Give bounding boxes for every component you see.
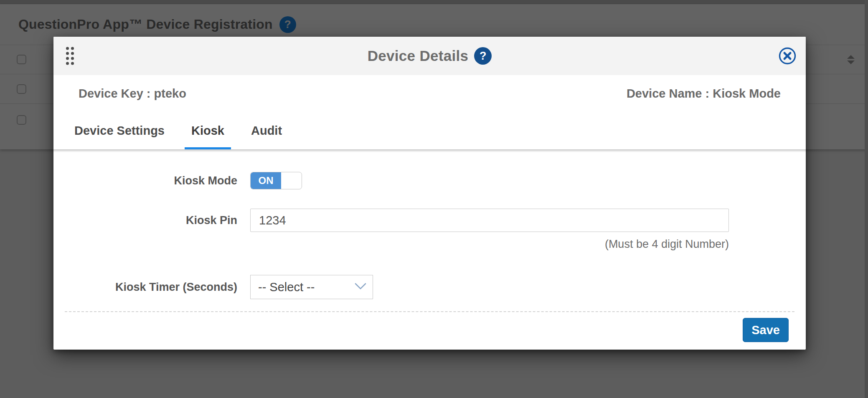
kiosk-timer-row: Kiosk Timer (Seconds) -- Select -- xyxy=(53,275,806,299)
modal-subheader: Device Key : pteko Device Name : Kiosk M… xyxy=(53,75,806,112)
kiosk-mode-label: Kiosk Mode xyxy=(53,174,237,187)
kiosk-pin-hint: (Must be 4 digit Number) xyxy=(250,238,729,251)
kiosk-timer-label: Kiosk Timer (Seconds) xyxy=(53,281,237,294)
toggle-on-label: ON xyxy=(251,172,281,189)
drag-handle-icon[interactable] xyxy=(66,47,74,65)
footer-row: Save xyxy=(53,312,806,342)
device-key-text: Device Key : pteko xyxy=(79,87,186,101)
kiosk-pin-row: Kiosk Pin (Must be 4 digit Number) xyxy=(53,209,806,251)
modal-help-icon[interactable]: ? xyxy=(474,47,492,65)
modal-header: Device Details ? xyxy=(53,37,806,75)
modal-tabbar: Device Settings Kiosk Audit xyxy=(53,112,806,149)
kiosk-mode-row: Kiosk Mode ON xyxy=(53,172,806,189)
tab-kiosk[interactable]: Kiosk xyxy=(185,112,231,149)
device-details-modal: Device Details ? Device Key : pteko Devi… xyxy=(53,37,806,350)
kiosk-tab-panel: Kiosk Mode ON Kiosk Pin (Must be 4 digit… xyxy=(53,149,806,342)
kiosk-timer-selected-value: -- Select -- xyxy=(258,280,315,294)
kiosk-timer-select[interactable]: -- Select -- xyxy=(250,275,373,299)
kiosk-pin-label: Kiosk Pin xyxy=(53,214,237,227)
device-name-text: Device Name : Kiosk Mode xyxy=(627,87,781,101)
modal-title-wrap: Device Details ? xyxy=(53,47,806,65)
close-icon[interactable] xyxy=(778,47,797,65)
kiosk-pin-field-col: (Must be 4 digit Number) xyxy=(250,209,729,251)
tab-device-settings[interactable]: Device Settings xyxy=(68,112,171,149)
chevron-down-icon xyxy=(354,282,367,292)
tab-audit[interactable]: Audit xyxy=(244,112,289,149)
kiosk-mode-toggle[interactable]: ON xyxy=(250,172,302,189)
kiosk-pin-input[interactable] xyxy=(250,209,729,232)
save-button[interactable]: Save xyxy=(743,318,789,342)
modal-title: Device Details xyxy=(368,48,469,64)
